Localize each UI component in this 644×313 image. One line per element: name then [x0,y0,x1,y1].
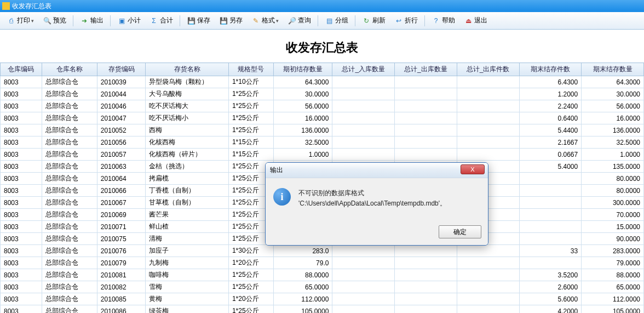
dialog-titlebar[interactable]: 输出 X [266,163,488,178]
column-header[interactable]: 期末结存数量 [582,63,644,76]
cell[interactable]: 总部综合仓 [42,197,97,209]
cell[interactable]: 4.2000 [519,305,582,314]
cell[interactable]: 15.0000 [582,221,644,233]
cell[interactable]: 2010076 [97,245,145,257]
cell[interactable]: 九制梅 [146,257,229,269]
cell[interactable]: 2010085 [97,293,145,305]
query-button[interactable]: 🔎 查询 [284,14,315,27]
cell[interactable] [395,281,457,293]
cell[interactable]: 64.3000 [582,76,644,88]
cell[interactable]: 2010081 [97,269,145,281]
cell[interactable] [457,136,519,149]
cell[interactable]: 80.0000 [582,185,644,197]
cell[interactable]: 16.0000 [274,112,332,124]
cell[interactable] [332,136,395,149]
cell[interactable] [457,257,519,269]
cell[interactable]: 总部综合仓 [42,161,97,173]
table-row[interactable]: 8003总部综合仓2010082雪梅1*25公斤65.00002.600065.… [1,281,644,293]
cell[interactable]: 2010064 [97,173,145,185]
cell[interactable] [457,112,519,124]
dialog-close-button[interactable]: X [461,164,485,174]
column-header[interactable]: 总计_出库件数 [457,63,519,76]
cell[interactable] [332,100,395,112]
table-row[interactable]: 8003总部综合仓2010085黄梅1*20公斤112.00005.600011… [1,293,644,305]
cell[interactable]: 总部综合仓 [42,293,97,305]
cell[interactable]: 88.0000 [582,269,644,281]
cell[interactable]: 化核西梅（碎片） [146,149,229,161]
cell[interactable]: 65.0000 [582,281,644,293]
column-header[interactable]: 仓库名称 [42,63,97,76]
cell[interactable]: 总部综合仓 [42,257,97,269]
cell[interactable]: 总部综合仓 [42,76,97,88]
cell[interactable] [332,293,395,305]
cell[interactable]: 2.6000 [519,281,582,293]
table-row[interactable]: 8003总部综合仓2010076加应子1*30公斤283.033283.0000 [1,245,644,257]
cell[interactable]: 总部综合仓 [42,136,97,149]
table-row[interactable]: 8003总部综合仓2010086绿茶梅1*25公斤105.00004.20001… [1,305,644,314]
subtotal-button[interactable]: ▣ 小计 [113,14,145,27]
cell[interactable]: 总部综合仓 [42,209,97,221]
cell[interactable]: 总部综合仓 [42,149,97,161]
cell[interactable]: 总部综合仓 [42,233,97,245]
cell[interactable]: 金桔（挑选） [146,161,229,173]
cell[interactable] [457,245,519,257]
cell[interactable]: 8003 [1,209,42,221]
group-button[interactable]: ▤ 分组 [321,14,352,27]
cell[interactable]: 0.0667 [519,149,582,161]
cell[interactable]: 6.4300 [519,76,582,88]
cell[interactable]: 咖啡梅 [146,269,229,281]
exit-button[interactable]: ⏏ 退出 [460,14,491,27]
cell[interactable]: 加应子 [146,245,229,257]
cell[interactable]: 136.0000 [582,124,644,136]
cell[interactable] [519,257,582,269]
cell[interactable]: 32.5000 [582,136,644,149]
cell[interactable]: 1*25公斤 [228,124,273,136]
cell[interactable] [457,305,519,314]
cell[interactable] [395,88,457,100]
cell[interactable]: 65.0000 [274,281,332,293]
cell[interactable]: 清梅 [146,233,229,245]
cell[interactable] [395,100,457,112]
table-row[interactable]: 8003总部综合仓2010079九制梅1*20公斤79.079.0000 [1,257,644,269]
cell[interactable]: 异型袋乌梅（颗粒） [146,76,229,88]
cell[interactable]: 总部综合仓 [42,245,97,257]
cell[interactable]: 5.6000 [519,293,582,305]
cell[interactable] [395,136,457,149]
cell[interactable]: 300.0000 [582,197,644,209]
cell[interactable]: 8003 [1,185,42,197]
cell[interactable] [519,185,582,197]
cell[interactable]: 1*30公斤 [228,245,273,257]
cell[interactable]: 1.2000 [519,88,582,100]
cell[interactable]: 8003 [1,136,42,149]
cell[interactable]: 2010067 [97,197,145,209]
table-row[interactable]: 8003总部综合仓2010047吃不厌话梅小1*25公斤16.00000.640… [1,112,644,124]
table-row[interactable]: 8003总部综合仓2010039异型袋乌梅（颗粒）1*10公斤64.30006.… [1,76,644,88]
cell[interactable]: 56.0000 [274,100,332,112]
cell[interactable]: 总部综合仓 [42,221,97,233]
cell[interactable]: 2010079 [97,257,145,269]
table-row[interactable]: 8003总部综合仓2010057化核西梅（碎片）1*15公斤1.00000.06… [1,149,644,161]
cell[interactable]: 1*15公斤 [228,149,273,161]
cell[interactable] [332,88,395,100]
preview-button[interactable]: 🔍 预览 [39,14,70,27]
cell[interactable]: 16.0000 [582,112,644,124]
cell[interactable]: 8003 [1,88,42,100]
cell[interactable]: 79.0 [274,257,332,269]
wrap-button[interactable]: ↩ 折行 [390,14,422,27]
cell[interactable] [519,209,582,221]
cell[interactable] [332,112,395,124]
cell[interactable]: 283.0000 [582,245,644,257]
cell[interactable]: 0.6400 [519,112,582,124]
saveas-button[interactable]: 💾 另存 [215,14,246,27]
cell[interactable] [457,88,519,100]
cell[interactable] [332,281,395,293]
cell[interactable]: 30.0000 [274,88,332,100]
cell[interactable]: 总部综合仓 [42,173,97,185]
cell[interactable]: 5.4400 [519,124,582,136]
column-header[interactable]: 期初结存数量 [274,63,332,76]
cell[interactable]: 2010066 [97,185,145,197]
cell[interactable]: 2010056 [97,136,145,149]
help-button[interactable]: ? 帮助 [428,14,459,27]
cell[interactable] [395,149,457,161]
export-button[interactable]: ➜ 输出 [76,14,107,27]
